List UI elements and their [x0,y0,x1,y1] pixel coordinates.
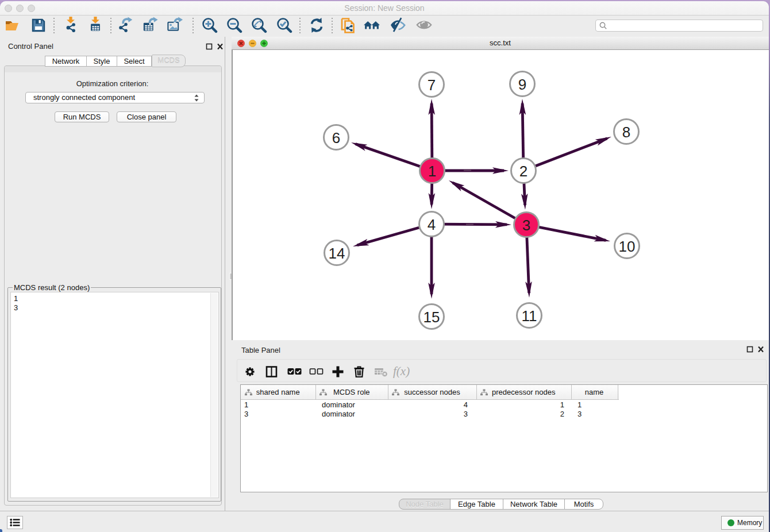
svg-text:10: 10 [619,238,636,255]
svg-text:f(x): f(x) [393,365,410,378]
svg-text:15: 15 [424,309,440,326]
svg-text:2: 2 [519,163,528,180]
svg-text:14: 14 [329,245,345,262]
svg-text:3: 3 [522,217,530,234]
svg-text:11: 11 [522,307,537,325]
svg-text:1: 1 [428,163,436,180]
svg-text:4: 4 [428,216,436,233]
svg-text:9: 9 [518,76,526,93]
svg-text:6: 6 [332,129,340,147]
svg-text:7: 7 [428,76,436,94]
svg-text:8: 8 [622,124,630,141]
